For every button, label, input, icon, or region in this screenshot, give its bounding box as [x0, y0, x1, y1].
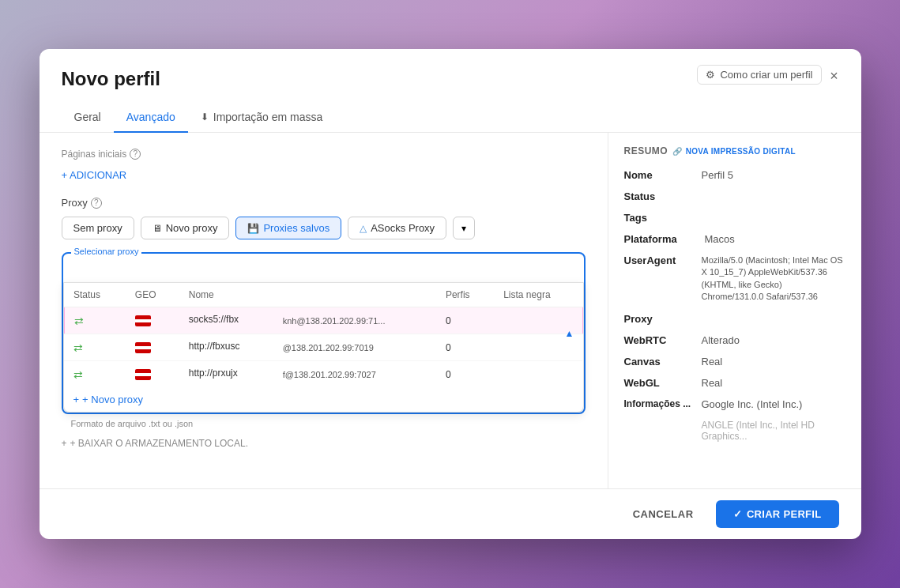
col-geo: GEO	[126, 283, 179, 307]
download-icon: +	[62, 438, 67, 449]
download-icon: ⬇	[201, 111, 209, 122]
name-cell: http://fbxusc	[179, 334, 273, 361]
flag-icon	[135, 315, 151, 326]
modal-header: Novo perfil ⚙ Como criar um perfil × Ger…	[40, 49, 861, 133]
col-addr	[273, 283, 436, 307]
resumo-plataforma: Plataforma Macos	[624, 233, 845, 245]
addr-cell: knh@138.201.202.99:71...	[273, 307, 436, 334]
status-icon: ⇄	[73, 368, 83, 381]
chevron-down-icon: ▾	[461, 223, 466, 234]
left-panel: Páginas iniciais ? + ADICIONAR Proxy ? S…	[40, 133, 608, 488]
status-icon: ⇄	[74, 315, 84, 327]
proxy-search-input[interactable]	[63, 254, 584, 282]
plus-icon: +	[73, 394, 80, 405]
col-name: Nome	[179, 283, 273, 307]
flag-icon	[135, 369, 151, 380]
status-icon: ⇄	[73, 341, 83, 354]
tab-geral[interactable]: Geral	[62, 103, 114, 133]
gear-icon: ⚙	[706, 69, 715, 81]
proxy-select-container: Selecionar proxy ▲ Status GEO Nome Perfi…	[62, 252, 586, 414]
pages-label: Páginas iniciais ?	[62, 149, 586, 160]
resumo-webgl: WebGL Real	[624, 377, 845, 389]
modal: Novo perfil ⚙ Como criar um perfil × Ger…	[40, 49, 861, 539]
status-cell: ⇄	[64, 307, 126, 334]
modal-body: Páginas iniciais ? + ADICIONAR Proxy ? S…	[40, 133, 861, 488]
addr-cell: @138.201.202.99:7019	[273, 334, 436, 361]
name-cell: http://prxujx	[179, 361, 273, 388]
btn-more[interactable]: ▾	[453, 217, 475, 239]
perfis-cell: 0	[436, 361, 494, 388]
add-link[interactable]: + ADICIONAR	[62, 169, 127, 181]
select-chevron-icon: ▲	[565, 328, 574, 339]
resumo-nome: Nome Perfil 5	[624, 169, 845, 181]
asocks-icon: △	[360, 223, 367, 234]
fingerprint-icon: 🔗	[672, 147, 683, 156]
table-row[interactable]: ⇄ socks5://fbx knh@138.201.202.99:71... …	[64, 307, 582, 334]
create-button[interactable]: ✓ CRIAR PERFIL	[716, 500, 839, 528]
geo-cell	[126, 361, 179, 388]
help-link[interactable]: ⚙ Como criar um perfil	[697, 65, 821, 85]
resumo-canvas: Canvas Real	[624, 356, 845, 368]
resumo-webrtc: WebRTC Alterado	[624, 334, 845, 346]
help-label: Como criar um perfil	[720, 69, 812, 81]
perfis-cell: 0	[436, 334, 494, 361]
flag-icon	[135, 342, 151, 353]
download-link[interactable]: + + BAIXAR O ARMAZENAMENTO LOCAL.	[62, 433, 586, 454]
pages-info-icon[interactable]: ?	[130, 149, 141, 160]
btn-novo-proxy[interactable]: 🖥 Novo proxy	[141, 217, 230, 239]
btn-asocks-proxy[interactable]: △ ASocks Proxy	[348, 217, 446, 239]
proxy-select-label: Selecionar proxy	[71, 247, 142, 256]
tab-avancado[interactable]: Avançado	[114, 103, 188, 133]
table-row[interactable]: ⇄ http://fbxusc @138.201.202.99:7019 0	[64, 334, 582, 361]
resumo-info: Informações ... Google Inc. (Intel Inc.)	[624, 398, 845, 410]
tab-importacao[interactable]: ⬇ Importação em massa	[188, 103, 336, 133]
table-header-row: Status GEO Nome Perfis Lista negra	[64, 283, 582, 307]
status-cell: ⇄	[64, 361, 126, 388]
close-button[interactable]: ×	[823, 65, 845, 87]
monitor-icon: 🖥	[153, 223, 162, 234]
resumo-proxy: Proxy	[624, 313, 845, 325]
resumo-tags: Tags	[624, 212, 845, 224]
file-format-note: Formato de arquivo .txt ou .json	[62, 414, 586, 433]
save-icon: 💾	[247, 223, 259, 234]
tabs-container: Geral Avançado ⬇ Importação em massa	[62, 103, 839, 132]
proxy-section-label: Proxy ?	[62, 197, 586, 209]
name-cell: socks5://fbx	[179, 307, 273, 334]
perfis-cell: 0	[436, 307, 494, 334]
btn-proxies-salvos[interactable]: 💾 Proxies salvos	[235, 217, 341, 239]
cancel-button[interactable]: CANCELAR	[620, 502, 706, 526]
checkmark-icon: ✓	[733, 508, 742, 520]
lista-cell	[494, 361, 582, 388]
addr-cell: f@138.201.202.99:7027	[273, 361, 436, 388]
btn-sem-proxy[interactable]: Sem proxy	[62, 217, 134, 239]
col-status: Status	[64, 283, 126, 307]
status-cell: ⇄	[64, 334, 126, 361]
proxy-info-icon[interactable]: ?	[91, 198, 102, 209]
resumo-info2: ANGLE (Intel Inc., Intel HD Graphics...	[624, 420, 845, 442]
modal-footer: CANCELAR ✓ CRIAR PERFIL	[40, 488, 861, 539]
right-panel: RESUMO 🔗 NOVA IMPRESSÃO DIGITAL Nome Per…	[608, 133, 861, 488]
proxy-table: Status GEO Nome Perfis Lista negra ⇄	[64, 283, 583, 387]
col-lista-negra: Lista negra	[494, 283, 582, 307]
proxy-buttons: Sem proxy 🖥 Novo proxy 💾 Proxies salvos …	[62, 217, 586, 239]
resumo-status: Status	[624, 190, 845, 202]
table-row[interactable]: ⇄ http://prxujx f@138.201.202.99:7027 0	[64, 361, 582, 388]
proxy-dropdown: Status GEO Nome Perfis Lista negra ⇄	[63, 282, 584, 413]
geo-cell	[126, 307, 179, 334]
new-proxy-link[interactable]: + + Novo proxy	[64, 387, 153, 412]
resumo-header: RESUMO 🔗 NOVA IMPRESSÃO DIGITAL	[624, 145, 845, 156]
fingerprint-link[interactable]: 🔗 NOVA IMPRESSÃO DIGITAL	[672, 147, 796, 156]
resumo-useragent: UserAgent Mozilla/5.0 (Macintosh; Intel …	[624, 254, 845, 303]
col-perfis: Perfis	[436, 283, 494, 307]
geo-cell	[126, 334, 179, 361]
